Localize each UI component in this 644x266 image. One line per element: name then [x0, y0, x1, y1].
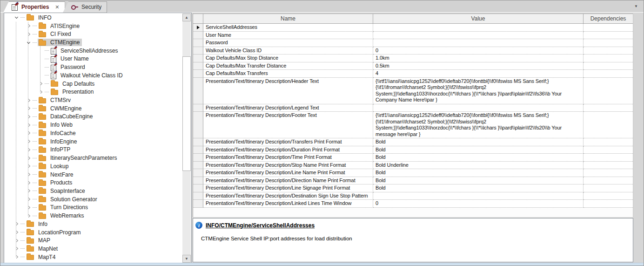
- tree-item-itinerarysearchparameters[interactable]: ItinerarySearchParameters: [5, 154, 182, 162]
- tree-item-password[interactable]: Password: [5, 63, 182, 71]
- tree-item-ci-fixed[interactable]: CI Fixed: [5, 30, 182, 38]
- row-selector[interactable]: [193, 112, 203, 138]
- chevron-down-icon[interactable]: [27, 40, 30, 43]
- row-selector[interactable]: [193, 104, 203, 112]
- row-selector[interactable]: [193, 200, 203, 208]
- chevron-right-icon[interactable]: [27, 115, 30, 118]
- table-row-user-name[interactable]: User Name: [193, 32, 633, 40]
- tree-item-solution-generator[interactable]: Solution Generator: [5, 195, 182, 204]
- table-row-presentation-text-itinerary-description-transfers-print-format[interactable]: Presentation/Text/Itinerary Description/…: [193, 138, 633, 146]
- tree-item-nextfare[interactable]: NextFare: [5, 171, 182, 179]
- column-header-value[interactable]: Value: [373, 14, 584, 23]
- tree-item-walkout-vehicle-class-id[interactable]: Walkout Vehicle Class ID: [5, 71, 182, 80]
- chevron-right-icon[interactable]: [27, 198, 30, 201]
- close-tab-icon[interactable]: ✕: [55, 4, 59, 10]
- row-selector[interactable]: [193, 62, 203, 70]
- tree-item-webremarks[interactable]: WebRemarks: [5, 211, 182, 220]
- table-row-walkout-vehicle-class-id[interactable]: Walkout Vehicle Class ID0: [193, 47, 633, 55]
- table-row-cap-defaults-max-transfers[interactable]: Cap Defaults/Max Transfers4: [193, 70, 633, 78]
- row-selector[interactable]: [193, 32, 203, 40]
- tree-item-info[interactable]: INFO: [5, 14, 182, 22]
- row-selector[interactable]: [193, 192, 203, 200]
- tree-item-info-web[interactable]: Info Web: [5, 121, 182, 129]
- row-selector[interactable]: [193, 78, 203, 104]
- tree-item-locationprogram[interactable]: LocationProgram: [5, 228, 182, 237]
- table-row-presentation-text-itinerary-description-legend-text[interactable]: Presentation/Text/Itinerary Description/…: [193, 104, 633, 112]
- tree-item-ctmsrv[interactable]: CTMSrv: [5, 96, 182, 104]
- table-row-cap-defaults-max-stop-distance[interactable]: Cap Defaults/Max Stop Distance1.0km: [193, 55, 633, 62]
- tab-list-dropdown-icon[interactable]: ▼: [634, 4, 638, 8]
- tree-item-presentation[interactable]: Presentation: [5, 88, 182, 96]
- chevron-right-icon[interactable]: [27, 214, 30, 218]
- row-selector[interactable]: [193, 162, 203, 170]
- tree-item-mapnet[interactable]: MapNet: [5, 245, 182, 253]
- row-selector[interactable]: [193, 184, 203, 192]
- chevron-right-icon[interactable]: [27, 107, 30, 110]
- chevron-right-icon[interactable]: [27, 206, 30, 209]
- tree-scrollbar[interactable]: ▲ ▼: [182, 14, 191, 263]
- chevron-right-icon[interactable]: [27, 148, 30, 151]
- chevron-right-icon[interactable]: [14, 222, 18, 225]
- tree-item-info[interactable]: Info: [5, 220, 182, 228]
- chevron-right-icon[interactable]: [14, 239, 18, 242]
- tree-item-ctmengine[interactable]: CTMEngine: [5, 38, 182, 47]
- tree-item-soapinterface[interactable]: SoapInterface: [5, 187, 182, 195]
- row-selector[interactable]: [193, 55, 203, 62]
- row-selector[interactable]: [193, 169, 203, 177]
- chevron-right-icon[interactable]: [27, 140, 30, 143]
- row-selector[interactable]: [193, 70, 203, 78]
- chevron-right-icon[interactable]: [14, 247, 18, 250]
- chevron-right-icon[interactable]: [39, 90, 42, 94]
- table-row-presentation-text-itinerary-description-stop-name-print-format[interactable]: Presentation/Text/Itinerary Description/…: [193, 162, 633, 170]
- table-row-serviceshelladdresses[interactable]: ServiceShellAddresses: [193, 24, 633, 32]
- tree-item-cap-defaults[interactable]: Cap Defaults: [5, 80, 182, 88]
- row-selector[interactable]: [193, 47, 203, 55]
- chevron-right-icon[interactable]: [27, 157, 30, 160]
- tree-item-serviceshelladdresses[interactable]: ServiceShellAddresses: [5, 47, 182, 55]
- row-selector[interactable]: [193, 138, 203, 146]
- tree-item-atisengine[interactable]: ATISEngine: [5, 22, 182, 30]
- row-selector[interactable]: [193, 24, 203, 32]
- tree-item-map[interactable]: MAP: [5, 236, 182, 245]
- row-selector[interactable]: [193, 39, 203, 47]
- chevron-right-icon[interactable]: [27, 99, 30, 102]
- tree-item-mapt4[interactable]: MapT4: [5, 253, 182, 261]
- scrollbar-thumb[interactable]: [182, 56, 191, 171]
- tree-item-user-name[interactable]: User Name: [5, 55, 182, 63]
- table-row-cap-defaults-max-transfer-distance[interactable]: Cap Defaults/Max Transfer Distance0.5km: [193, 62, 633, 70]
- chevron-right-icon[interactable]: [27, 181, 30, 184]
- tree-item-lookup[interactable]: Lookup: [5, 162, 182, 171]
- tab-properties[interactable]: Properties ✕: [3, 1, 65, 13]
- row-selector[interactable]: [193, 177, 203, 185]
- table-row-presentation-text-itinerary-description-header-text[interactable]: Presentation/Text/Itinerary Description/…: [193, 78, 633, 104]
- tree-item-infocache[interactable]: InfoCache: [5, 129, 182, 137]
- chevron-down-icon[interactable]: [14, 15, 18, 19]
- tree-item-turn-directions[interactable]: Turn Directions: [5, 204, 182, 212]
- scroll-up-icon[interactable]: ▲: [182, 14, 191, 21]
- chevron-right-icon[interactable]: [27, 33, 30, 36]
- table-row-presentation-text-itinerary-description-direction-name-print-format[interactable]: Presentation/Text/Itinerary Description/…: [193, 177, 633, 185]
- chevron-right-icon[interactable]: [14, 255, 18, 259]
- chevron-right-icon[interactable]: [14, 231, 18, 234]
- table-row-presentation-text-itinerary-description-destination-sign-use-stop-pattern[interactable]: Presentation/Text/Itinerary Description/…: [193, 192, 633, 200]
- column-header-dependencies[interactable]: Dependencies: [584, 14, 633, 23]
- chevron-right-icon[interactable]: [39, 82, 42, 85]
- chevron-right-icon[interactable]: [27, 131, 30, 135]
- table-row-presentation-text-itinerary-description-time-print-format[interactable]: Presentation/Text/Itinerary Description/…: [193, 154, 633, 162]
- table-row-presentation-text-itinerary-description-duration-print-format[interactable]: Presentation/Text/Itinerary Description/…: [193, 146, 633, 154]
- chevron-right-icon[interactable]: [27, 173, 30, 176]
- tree-item-infoengine[interactable]: InfoEngine: [5, 137, 182, 146]
- tab-security[interactable]: Security: [63, 1, 107, 13]
- table-row-password[interactable]: Password: [193, 39, 633, 47]
- chevron-right-icon[interactable]: [27, 164, 30, 168]
- row-selector[interactable]: [193, 154, 203, 162]
- tree-item-products[interactable]: Products: [5, 178, 182, 187]
- tree-item-infoptp[interactable]: InfoPTP: [5, 146, 182, 154]
- chevron-right-icon[interactable]: [27, 24, 30, 27]
- tree-item-datacubeengine[interactable]: DataCubeEngine: [5, 113, 182, 121]
- column-header-name[interactable]: Name: [203, 14, 373, 23]
- table-row-presentation-text-itinerary-description-footer-text[interactable]: Presentation/Text/Itinerary Description/…: [193, 112, 633, 138]
- scroll-down-icon[interactable]: ▼: [182, 255, 191, 263]
- chevron-right-icon[interactable]: [27, 123, 30, 127]
- tree-item-cwmengine[interactable]: CWMEngine: [5, 104, 182, 113]
